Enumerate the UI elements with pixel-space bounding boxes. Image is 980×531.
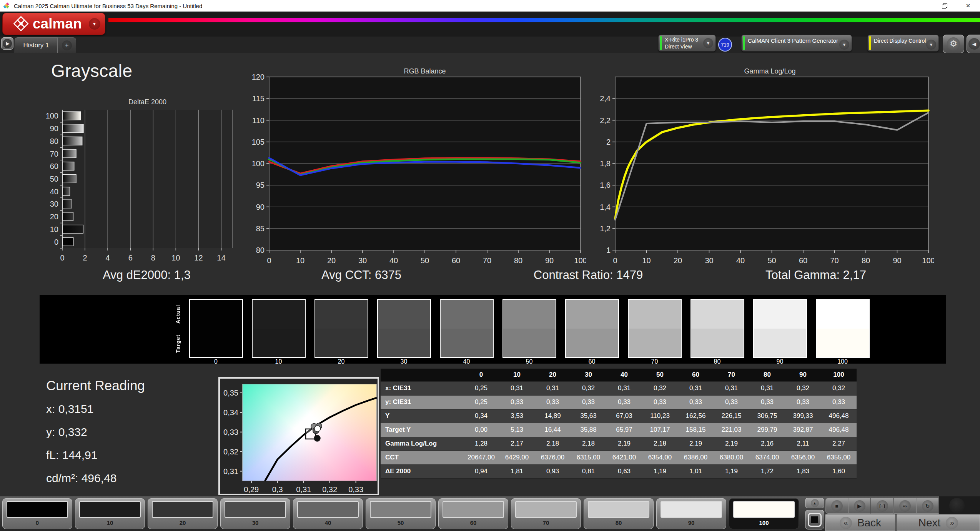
collapse-panel-button[interactable]: ◀ xyxy=(967,35,980,53)
actual-swatch xyxy=(566,300,618,329)
target-swatch xyxy=(190,329,242,357)
tab-history-1[interactable]: History 1 xyxy=(15,37,58,53)
calman-menu-button[interactable]: calman ▼ xyxy=(2,13,105,35)
table-cell: 0,33 xyxy=(749,395,785,409)
pattern-level-button-100[interactable]: 100 xyxy=(729,498,799,529)
table-cell: 0,25 xyxy=(463,381,499,395)
pattern-status-bar xyxy=(743,36,745,50)
history-menu-button[interactable]: ▶ xyxy=(1,37,13,50)
svg-text:0,29: 0,29 xyxy=(244,485,259,494)
table-cell: 0,00 xyxy=(463,423,499,437)
swatch-level-label: 100 xyxy=(811,358,874,365)
pattern-level-button-80[interactable]: 80 xyxy=(584,498,654,529)
pattern-level-button-0[interactable]: 0 xyxy=(2,498,72,529)
svg-text:80: 80 xyxy=(514,256,522,265)
step-measure-button[interactable]: [··] xyxy=(871,498,893,514)
play-icon: ▶ xyxy=(854,500,865,512)
deltae-2000-chart: 024681012141009080706050403020100 xyxy=(38,107,236,262)
level-label: 100 xyxy=(729,519,799,526)
grayscale-swatch-30: 30 xyxy=(373,299,435,365)
svg-text:1,8: 1,8 xyxy=(600,159,611,168)
table-cell: 6354,00 xyxy=(642,451,678,464)
grayscale-strip-swatches: 0102030405060708090100 xyxy=(185,299,874,365)
pattern-level-button-50[interactable]: 50 xyxy=(366,498,436,529)
refresh-button[interactable]: ↻ xyxy=(916,498,939,514)
table-cell: 2,18 xyxy=(571,437,606,451)
target-swatch xyxy=(503,329,556,357)
close-button[interactable]: ✕ xyxy=(956,0,980,12)
table-row: y: CIE310,250,330,330,330,330,330,330,33… xyxy=(381,395,857,409)
actual-swatch xyxy=(315,300,368,329)
stop-button[interactable]: ■ xyxy=(825,498,848,514)
table-row-label: Y xyxy=(381,409,463,423)
close-icon: ✕ xyxy=(966,2,971,9)
pattern-level-button-60[interactable]: 60 xyxy=(438,498,508,529)
pattern-generator-dropdown[interactable]: CalMAN Client 3 Pattern Generator ▼ xyxy=(741,35,852,52)
table-cell: 2,16 xyxy=(749,437,785,451)
pattern-level-button-40[interactable]: 40 xyxy=(293,498,363,529)
target-swatch xyxy=(441,329,493,357)
calman-menu-chevron-icon[interactable]: ▼ xyxy=(89,18,100,30)
target-swatch xyxy=(817,329,869,357)
svg-text:50: 50 xyxy=(767,256,776,265)
continuous-button[interactable]: ∞ xyxy=(893,498,916,514)
table-column-header: 80 xyxy=(749,369,785,381)
pattern-level-button-90[interactable]: 90 xyxy=(656,498,726,529)
pattern-level-button-70[interactable]: 70 xyxy=(511,498,581,529)
minimize-button[interactable] xyxy=(908,0,932,12)
settings-button[interactable]: ⚙ xyxy=(943,35,964,53)
svg-text:50: 50 xyxy=(421,256,429,265)
table-cell: 0,31 xyxy=(749,381,785,395)
display-control-dropdown[interactable]: Direct Display Control ▼ xyxy=(867,35,939,52)
grayscale-swatch-90: 90 xyxy=(749,299,811,365)
pattern-level-button-30[interactable]: 30 xyxy=(220,498,290,529)
table-cell: 1,83 xyxy=(785,464,821,478)
target-swatch xyxy=(253,329,305,357)
contrast-ratio-stat: Contrast Ratio: 1479 xyxy=(473,268,704,282)
swatch-level-label: 90 xyxy=(749,358,811,365)
svg-text:70: 70 xyxy=(50,150,58,158)
meter-dropdown[interactable]: X-Rite i1Pro 3Direct View ▼ xyxy=(658,35,716,52)
actual-swatch xyxy=(253,300,305,329)
pattern-level-button-20[interactable]: 20 xyxy=(148,498,218,529)
table-cell: 67,03 xyxy=(606,409,642,423)
svg-text:60: 60 xyxy=(799,256,807,265)
table-row-label: y: CIE31 xyxy=(381,395,463,409)
tab-history-label: History 1 xyxy=(23,42,49,49)
restore-button[interactable] xyxy=(932,0,956,12)
pattern-level-button-10[interactable]: 10 xyxy=(75,498,145,529)
svg-text:2: 2 xyxy=(83,254,87,260)
table-cell: 107,17 xyxy=(642,423,678,437)
svg-text:1,4: 1,4 xyxy=(600,203,611,211)
table-cell: 221,03 xyxy=(714,423,749,437)
svg-text:40: 40 xyxy=(736,256,745,265)
level-swatch xyxy=(661,501,722,518)
pattern-panel-expand-button[interactable]: ▲ xyxy=(805,498,824,508)
meter-count-badge[interactable]: 719 xyxy=(718,38,732,52)
add-tab-icon: + xyxy=(62,40,72,50)
svg-text:0,31: 0,31 xyxy=(223,467,238,476)
table-cell: 496,48 xyxy=(821,423,857,437)
svg-text:10: 10 xyxy=(296,256,304,265)
next-button[interactable]: Next » xyxy=(897,514,980,531)
table-cell: 158,15 xyxy=(678,423,714,437)
play-button[interactable]: ▶ xyxy=(848,498,871,514)
table-cell: 0,33 xyxy=(535,395,571,409)
pattern-window-button[interactable] xyxy=(805,510,824,529)
svg-text:80: 80 xyxy=(862,256,870,265)
target-swatch xyxy=(754,329,806,357)
current-reading-panel: Current Reading x: 0,3151 y: 0,332 fL: 1… xyxy=(46,378,145,495)
add-tab-button[interactable]: + xyxy=(58,37,76,53)
back-button[interactable]: « Back xyxy=(825,514,895,531)
table-row: Gamma Log/Log1,282,172,182,182,192,182,1… xyxy=(381,437,857,451)
table-cell: 65,97 xyxy=(606,423,642,437)
table-cell: 35,88 xyxy=(571,423,606,437)
svg-text:14: 14 xyxy=(217,254,225,260)
svg-text:100: 100 xyxy=(922,256,934,265)
table-column-header: 10 xyxy=(499,369,535,381)
table-cell: 0,94 xyxy=(463,464,499,478)
table-cell: 0,32 xyxy=(785,381,821,395)
table-cell: 0,32 xyxy=(642,381,678,395)
svg-text:90: 90 xyxy=(893,256,901,265)
table-cell: 1,81 xyxy=(499,464,535,478)
